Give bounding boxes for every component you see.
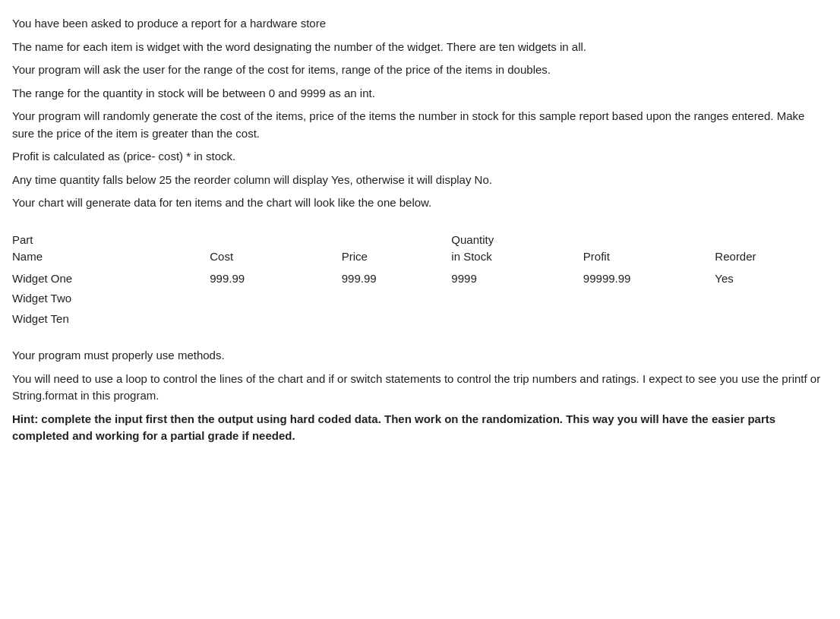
cell-cost-2 [210, 309, 342, 330]
cell-reorder-0: Yes [715, 269, 825, 289]
cell-qty-1 [451, 289, 583, 309]
col-header-qty2: in Stock [451, 248, 583, 269]
col-header-price1 [342, 230, 452, 249]
report-table-section: Part Quantity Name Cost Price in Stock P… [12, 230, 825, 330]
cell-profit-2 [583, 309, 715, 330]
table-header-row2: Name Cost Price in Stock Profit Reorder [12, 248, 825, 269]
col-header-reorder1 [715, 230, 825, 249]
cell-price-2 [342, 309, 452, 330]
cell-profit-0: 99999.99 [583, 269, 715, 289]
intro-line7: Any time quantity falls below 25 the reo… [12, 172, 825, 189]
table-row: Widget Two [12, 289, 825, 309]
col-header-reorder2: Reorder [715, 248, 825, 269]
cell-cost-1 [210, 289, 342, 309]
cell-part-2: Widget Ten [12, 309, 210, 330]
cell-qty-2 [451, 309, 583, 330]
intro-line1: You have been asked to produce a report … [12, 15, 825, 33]
table-header-row1: Part Quantity [12, 230, 825, 249]
col-header-part1: Part [12, 230, 210, 249]
report-table: Part Quantity Name Cost Price in Stock P… [12, 230, 825, 330]
col-header-profit1 [583, 230, 715, 249]
cell-qty-0: 9999 [451, 269, 583, 289]
footer-line2: You will need to use a loop to control t… [12, 371, 825, 405]
intro-line6: Profit is calculated as (price- cost) * … [12, 148, 825, 166]
intro-line2: The name for each item is widget with th… [12, 39, 825, 56]
col-header-profit2: Profit [583, 248, 715, 269]
cell-profit-1 [583, 289, 715, 309]
col-header-cost1 [210, 230, 342, 249]
intro-line5: Your program will randomly generate the … [12, 108, 825, 142]
intro-line4: The range for the quantity in stock will… [12, 85, 825, 103]
col-header-cost2: Cost [210, 248, 342, 269]
footer-hint: Hint: complete the input first then the … [12, 411, 825, 445]
col-header-qty1: Quantity [451, 230, 583, 249]
cell-price-1 [342, 289, 452, 309]
table-row: Widget Ten [12, 309, 825, 330]
table-row: Widget One999.99999.99999999999.99Yes [12, 269, 825, 289]
cell-price-0: 999.99 [342, 269, 452, 289]
cell-part-1: Widget Two [12, 289, 210, 309]
cell-part-0: Widget One [12, 269, 210, 289]
cell-reorder-2 [715, 309, 825, 330]
footer-line1: Your program must properly use methods. [12, 347, 825, 365]
cell-cost-0: 999.99 [210, 269, 342, 289]
col-header-part2: Name [12, 248, 210, 269]
cell-reorder-1 [715, 289, 825, 309]
col-header-price2: Price [342, 248, 452, 269]
footer-section: Your program must properly use methods. … [12, 347, 825, 445]
intro-line3: Your program will ask the user for the r… [12, 62, 825, 79]
intro-line8: Your chart will generate data for ten it… [12, 194, 825, 212]
